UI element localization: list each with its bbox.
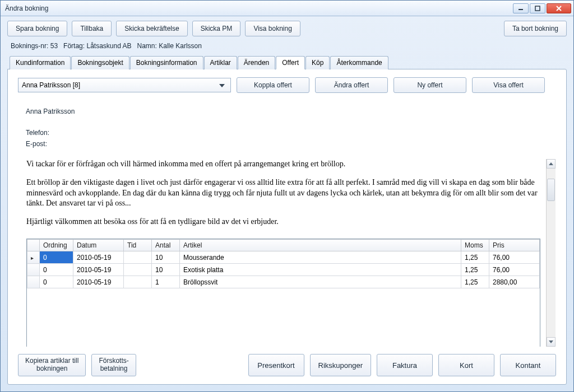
send-confirmation-button[interactable]: Skicka bekräftelse	[116, 21, 187, 36]
cell-artikel[interactable]: Mousserande	[180, 251, 461, 264]
cell-tid[interactable]	[124, 264, 152, 276]
cell-datum[interactable]: 2010-05-19	[73, 276, 124, 288]
cell-tid[interactable]	[124, 276, 152, 288]
show-booking-button[interactable]: Visa bokning	[245, 21, 300, 36]
cell-artikel[interactable]: Exotisk platta	[180, 264, 461, 276]
col-pris[interactable]: Pris	[489, 240, 540, 251]
letter-area: Vi tackar för er förfrågan och vill härm…	[18, 158, 556, 347]
window: Ändra bokning Spara bokning Tillbaka Ski…	[0, 0, 574, 392]
bottom-toolbar: Kopiera artiklar till bokningen Förskott…	[18, 354, 556, 376]
send-pm-button[interactable]: Skicka PM	[192, 21, 241, 36]
tab-artiklar[interactable]: Artiklar	[204, 56, 237, 69]
offert-panel: Anna Patriksson [8] Koppla offert Ändra …	[7, 69, 567, 385]
close-icon	[556, 6, 562, 11]
cell-datum[interactable]: 2010-05-19	[73, 251, 124, 264]
minimize-icon	[518, 6, 524, 11]
company-label: Förtag:	[63, 42, 85, 50]
cell-moms[interactable]: 1,25	[461, 264, 489, 276]
name-value: Kalle Karlsson	[159, 42, 202, 50]
scroll-track[interactable]	[547, 169, 556, 337]
faktura-button[interactable]: Faktura	[377, 354, 433, 376]
window-title: Ändra bokning	[3, 4, 512, 12]
table-row[interactable]: 02010-05-191Bröllopssvit1,252880,00	[27, 276, 540, 288]
col-datum[interactable]: Datum	[73, 240, 124, 251]
maximize-icon	[535, 6, 540, 11]
cell-ordning[interactable]: 0	[40, 251, 73, 264]
booking-nr-value: 53	[50, 42, 58, 50]
customer-email-label: E-post:	[26, 139, 548, 150]
cell-moms[interactable]: 1,25	[461, 276, 489, 288]
letter-p1: Vi tackar för er förfrågan och vill härm…	[26, 159, 540, 170]
svg-marker-4	[219, 84, 225, 87]
cell-pris[interactable]: 76,00	[489, 264, 540, 276]
tab-offert[interactable]: Offert	[276, 56, 305, 69]
cell-datum[interactable]: 2010-05-19	[73, 264, 124, 276]
table-row[interactable]: 02010-05-1910Exotisk platta1,2576,00	[27, 264, 540, 276]
cell-antal[interactable]: 10	[152, 251, 180, 264]
tab-kop[interactable]: Köp	[305, 56, 330, 69]
kopiera-artiklar-button[interactable]: Kopiera artiklar till bokningen	[18, 354, 86, 376]
offert-select[interactable]: Anna Patriksson [8]	[18, 78, 231, 92]
save-button[interactable]: Spara bokning	[7, 21, 67, 36]
letter-p3: Hjärtligt välkommen att besöka oss för a…	[26, 217, 540, 227]
ny-offert-button[interactable]: Ny offert	[394, 77, 466, 93]
scroll-up-icon[interactable]	[547, 159, 556, 169]
tab-arenden[interactable]: Ärenden	[238, 56, 275, 69]
row-header	[27, 264, 40, 276]
booking-nr-label: Boknings-nr:	[11, 42, 48, 50]
cell-ordning[interactable]: 0	[40, 264, 73, 276]
cell-pris[interactable]: 76,00	[489, 251, 540, 264]
cell-pris[interactable]: 2880,00	[489, 276, 540, 288]
rikskuponger-button[interactable]: Rikskuponger	[310, 354, 372, 376]
chevron-down-icon	[217, 81, 227, 89]
forskottsbetalning-button[interactable]: Förskotts- betalning	[91, 354, 136, 376]
kort-button[interactable]: Kort	[438, 354, 494, 376]
back-button[interactable]: Tillbaka	[72, 21, 112, 36]
cell-tid[interactable]	[124, 251, 152, 264]
article-grid[interactable]: Ordning Datum Tid Antal Artikel Moms Pri…	[26, 239, 540, 347]
tab-strip: Kundinformation Bokningsobjekt Bokningsi…	[7, 55, 567, 69]
company-value: Låtsaskund AB	[86, 42, 131, 50]
letter-scrollbar[interactable]	[546, 159, 556, 347]
tab-kundinformation[interactable]: Kundinformation	[10, 56, 71, 69]
cell-moms[interactable]: 1,25	[461, 251, 489, 264]
minimize-button[interactable]	[513, 3, 529, 13]
tab-aterkommande[interactable]: Återkommande	[330, 56, 388, 69]
maximize-button[interactable]	[530, 3, 545, 13]
delete-booking-button[interactable]: Ta bort bokning	[504, 21, 567, 36]
table-row[interactable]: ▸02010-05-1910Mousserande1,2576,00	[27, 251, 540, 264]
main-toolbar: Spara bokning Tillbaka Skicka bekräftels…	[7, 21, 567, 36]
content: Spara bokning Tillbaka Skicka bekräftels…	[1, 16, 573, 391]
col-tid[interactable]: Tid	[124, 240, 152, 251]
cell-antal[interactable]: 1	[152, 276, 180, 288]
kontant-button[interactable]: Kontant	[500, 354, 556, 376]
offert-select-value: Anna Patriksson [8]	[22, 81, 80, 89]
visa-offert-button[interactable]: Visa offert	[472, 77, 545, 93]
booking-info-line: Boknings-nr: 53 Förtag: Låtsaskund AB Na…	[7, 42, 567, 50]
svg-marker-5	[549, 162, 553, 165]
col-moms[interactable]: Moms	[461, 240, 489, 251]
cell-ordning[interactable]: 0	[40, 276, 73, 288]
col-ordning[interactable]: Ordning	[40, 240, 73, 251]
scroll-down-icon[interactable]	[547, 337, 556, 347]
close-button[interactable]	[547, 3, 571, 13]
col-artikel[interactable]: Artikel	[180, 240, 461, 251]
koppla-offert-button[interactable]: Koppla offert	[237, 77, 309, 93]
letter-body: Vi tackar för er förfrågan och vill härm…	[18, 159, 546, 347]
tab-bokningsinformation[interactable]: Bokningsinformation	[130, 56, 203, 69]
tab-bokningsobjekt[interactable]: Bokningsobjekt	[71, 56, 129, 69]
col-antal[interactable]: Antal	[152, 240, 180, 251]
cell-artikel[interactable]: Bröllopssvit	[180, 276, 461, 288]
andra-offert-button[interactable]: Ändra offert	[315, 77, 388, 93]
grid-empty-area	[27, 288, 540, 347]
letter-p2: Ett bröllop är den viktigaste dagen i li…	[26, 178, 540, 209]
customer-name: Anna Patriksson	[26, 106, 548, 117]
titlebar: Ändra bokning	[1, 1, 573, 16]
svg-marker-6	[549, 340, 553, 343]
scroll-thumb[interactable]	[547, 179, 555, 201]
grid-corner	[27, 240, 40, 251]
presentkort-button[interactable]: Presentkort	[248, 354, 304, 376]
row-header: ▸	[27, 251, 40, 264]
offert-action-row: Anna Patriksson [8] Koppla offert Ändra …	[18, 77, 556, 93]
cell-antal[interactable]: 10	[152, 264, 180, 276]
